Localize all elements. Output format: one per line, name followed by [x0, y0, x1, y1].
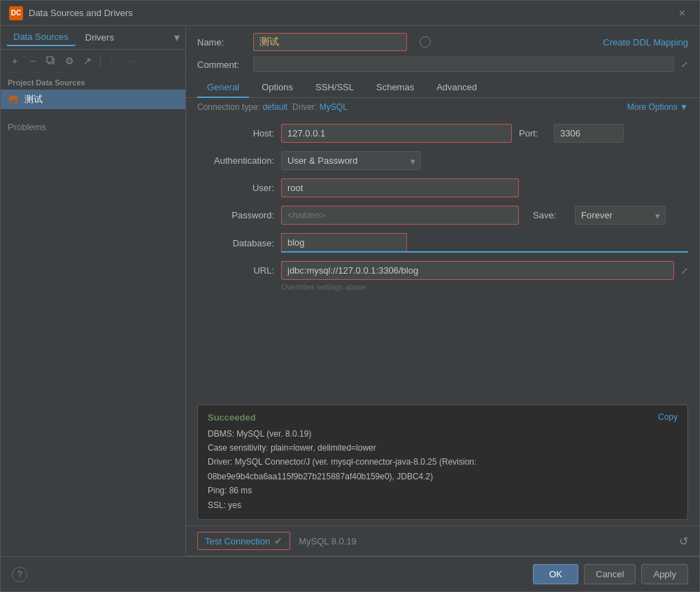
tabs-row: General Options SSH/SSL Schemas Advanced [186, 75, 699, 98]
success-line-5: Ping: 86 ms [208, 484, 678, 498]
port-input[interactable] [554, 124, 624, 143]
success-header: Copy Succeeded [208, 412, 678, 423]
refresh-button[interactable]: ↺ [679, 535, 688, 548]
conn-type-value[interactable]: default [262, 102, 287, 112]
url-input[interactable] [281, 261, 674, 280]
copy-button[interactable] [43, 52, 59, 69]
cancel-button[interactable]: Cancel [584, 564, 636, 584]
auth-select[interactable]: User & Password No auth OAuth2 [281, 151, 421, 170]
left-panel: Data Sources Drivers ▾ + − ⚙ ↗ ← → [1, 26, 186, 556]
datasource-item-label: 测试 [24, 93, 43, 106]
toolbar-separator [100, 55, 101, 66]
test-connection-button[interactable]: Test Connection ✔ [197, 532, 290, 550]
copy-link[interactable]: Copy [658, 412, 678, 422]
create-ddl-link[interactable]: Create DDL Mapping [603, 37, 688, 48]
tab-ssh-ssl[interactable]: SSH/SSL [306, 78, 364, 98]
tab-drivers[interactable]: Drivers [78, 29, 121, 45]
export-button[interactable]: ↗ [79, 52, 96, 69]
dialog-window: DC Data Sources and Drivers × Data Sourc… [0, 0, 700, 592]
auth-label: Authentication: [197, 155, 274, 166]
overrides-text: Overrides settings above [197, 283, 688, 291]
name-label: Name: [197, 37, 246, 48]
name-radio[interactable] [420, 36, 431, 48]
bottom-bar: ? OK Cancel Apply [1, 556, 699, 591]
url-expand-button[interactable]: ⤢ [681, 266, 688, 276]
datasource-item-测试[interactable]: 测试 [1, 90, 185, 109]
success-title: Succeeded [208, 412, 678, 423]
title-bar: DC Data Sources and Drivers × [1, 1, 699, 26]
back-button[interactable]: ← [105, 52, 122, 69]
success-line-4: 08be9e9b4cba6aa115f9b27b215887af40b159e0… [208, 470, 678, 484]
add-button[interactable]: + [6, 52, 23, 69]
tab-schemas[interactable]: Schemas [366, 78, 424, 98]
database-input-wrap [281, 233, 688, 253]
success-body: DBMS: MySQL (ver. 8.0.19) Case sensitivi… [208, 427, 678, 512]
dialog-title: Data Sources and Drivers [29, 8, 673, 18]
test-connection-check-icon: ✔ [274, 535, 283, 547]
remove-button[interactable]: − [24, 52, 41, 69]
user-row: User: [197, 178, 688, 197]
left-toolbar: + − ⚙ ↗ ← → [1, 50, 185, 73]
success-line-1: DBMS: MySQL (ver. 8.0.19) [208, 427, 678, 441]
more-options-link[interactable]: More Options ▼ [627, 102, 688, 112]
ok-button[interactable]: OK [533, 564, 578, 584]
tab-options[interactable]: Options [252, 78, 303, 98]
save-label: Save: [533, 210, 568, 220]
driver-value[interactable]: MySQL [320, 102, 348, 112]
test-connection-label: Test Connection [205, 536, 270, 547]
close-button[interactable]: × [673, 4, 691, 22]
user-input[interactable] [281, 178, 519, 197]
app-icon: DC [9, 6, 23, 20]
success-line-3: Driver: MySQL Connector/J (ver. mysql-co… [208, 455, 678, 469]
datasource-icon [8, 94, 19, 105]
success-line-2: Case sensitivity: plain=lower, delimited… [208, 441, 678, 455]
password-row: Password: Save: Never Until restart For … [197, 206, 688, 225]
save-select-wrapper: Never Until restart For session Forever [575, 206, 666, 225]
tab-dropdown-icon[interactable]: ▾ [174, 31, 180, 44]
url-label: URL: [197, 265, 274, 276]
comment-expand-button[interactable]: ⤢ [681, 59, 688, 69]
port-label: Port: [519, 128, 547, 139]
database-label: Database: [197, 238, 274, 248]
success-box: Copy Succeeded DBMS: MySQL (ver. 8.0.19)… [197, 404, 688, 520]
test-connection-bar: Test Connection ✔ MySQL 8.0.19 ↺ [186, 526, 699, 556]
right-panel: Name: Create DDL Mapping Comment: ⤢ Gene… [186, 26, 699, 556]
form-area: Host: Port: Authentication: User & Passw… [186, 117, 699, 399]
comment-row: Comment: ⤢ [186, 54, 699, 75]
conn-type-label: Connection type: [197, 102, 260, 112]
host-row: Host: Port: [197, 124, 688, 143]
left-top-tabs: Data Sources Drivers ▾ [1, 26, 185, 50]
driver-label: Driver: [292, 102, 317, 112]
host-label: Host: [197, 128, 274, 139]
password-label: Password: [197, 210, 274, 220]
tab-advanced[interactable]: Advanced [427, 78, 487, 98]
action-buttons: OK Cancel Apply [533, 564, 688, 584]
problems-section: Problems [1, 115, 185, 139]
forward-button[interactable]: → [123, 52, 140, 69]
help-button[interactable]: ? [12, 567, 27, 582]
tab-general[interactable]: General [197, 78, 249, 98]
comment-input[interactable] [253, 57, 674, 72]
database-row: Database: [197, 233, 688, 253]
name-input[interactable] [253, 33, 407, 51]
user-label: User: [197, 183, 274, 193]
auth-row: Authentication: User & Password No auth … [197, 151, 688, 170]
success-line-6: SSL: yes [208, 498, 678, 512]
name-row: Name: Create DDL Mapping [186, 26, 699, 54]
db-line-filler [407, 233, 688, 251]
comment-label: Comment: [197, 59, 246, 70]
save-select[interactable]: Never Until restart For session Forever [575, 206, 666, 225]
svg-rect-1 [47, 57, 52, 62]
section-label: Project Data Sources [1, 73, 185, 90]
apply-button[interactable]: Apply [641, 564, 688, 584]
host-input[interactable] [281, 124, 512, 143]
password-input[interactable] [281, 206, 519, 225]
settings-button[interactable]: ⚙ [61, 52, 78, 69]
conn-info-bar: Connection type: default Driver: MySQL M… [186, 98, 699, 117]
tab-data-sources[interactable]: Data Sources [6, 29, 76, 46]
auth-select-wrapper: User & Password No auth OAuth2 [281, 151, 421, 170]
url-row: URL: ⤢ [197, 261, 688, 280]
database-input[interactable] [281, 233, 407, 251]
mysql-version-label: MySQL 8.0.19 [299, 536, 357, 547]
main-content: Data Sources Drivers ▾ + − ⚙ ↗ ← → [1, 26, 699, 556]
